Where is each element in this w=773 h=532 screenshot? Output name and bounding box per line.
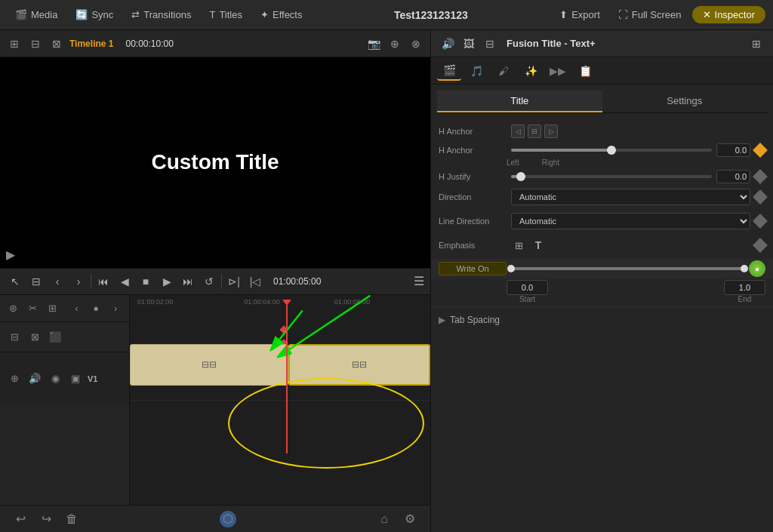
tc-clip-icon[interactable]: ⊠ [26,328,43,345]
tool-back[interactable]: ‹ [48,272,66,291]
inspector-copy-icon[interactable]: ⊞ [749,36,764,51]
playback-timecode: 01:00:05:00 [273,276,321,287]
bt-undo[interactable]: ↩ [12,511,29,527]
timeline-icon[interactable]: ⊠ [48,35,65,52]
h-anchor-value[interactable]: 0.0 [716,143,750,157]
direction-select[interactable]: Automatic [511,189,750,205]
effects-icon: ✦ [260,9,269,20]
tc-nav-forward[interactable]: › [108,300,123,316]
emphasis-keyframe[interactable] [753,238,768,253]
skip-last[interactable]: ⏭ [179,272,197,291]
line-direction-row: Line Direction Automatic [431,209,773,233]
tc-mute-icon[interactable]: 🔊 [26,371,43,387]
tc-settings-icon[interactable]: ⊞ [45,300,60,316]
h-justify-value[interactable]: 0.0 [716,170,750,183]
line-direction-select[interactable]: Automatic [511,213,750,229]
transitions-label: Transitions [143,9,191,20]
skip-end[interactable]: ⊳| [225,272,243,291]
write-on-start-value[interactable]: 0.0 [507,280,548,295]
tab-spacing-arrow: ▶ [439,315,445,325]
step-back[interactable]: ◀ [115,272,134,291]
anchor-left-btn[interactable]: ◁ [511,125,525,138]
inspector-audio-icon[interactable]: 🔊 [440,36,455,51]
tc-nav-back[interactable]: ‹ [69,300,84,316]
video-clip-1[interactable]: ⊟⊟ [130,344,288,386]
tc-monitor-icon[interactable]: ▣ [67,371,84,387]
write-on-label[interactable]: Write On [439,262,507,275]
bt-settings[interactable]: ⚙ [402,511,418,527]
tab-settings[interactable]: Settings [602,91,768,112]
write-on-values-row: 0.0 1.0 [431,280,773,295]
tc-color-icon[interactable]: ⬛ [47,328,63,345]
write-on-active-indicator[interactable]: ● [749,260,765,277]
tool-forward[interactable]: › [69,272,88,291]
anchor-center-btn[interactable]: ⊟ [528,125,541,138]
tab-video[interactable]: 🎬 [437,61,461,81]
inspector-button[interactable]: ✕ Inspector [692,6,765,23]
sync-label: Sync [91,9,113,20]
play-button[interactable]: ▶ [158,272,176,291]
skip-first[interactable]: ⏮ [94,272,112,291]
timeline-label: Timeline 1 [69,38,113,49]
inspector-video-icon[interactable]: 🖼 [461,36,476,51]
nav-sync[interactable]: 🔄 Sync [68,6,121,23]
v1-label: V1 [88,374,103,383]
bt-redo[interactable]: ↪ [38,511,54,527]
tc-add-icon[interactable]: ✂ [26,300,41,316]
tool-trim[interactable]: ⊟ [27,272,45,291]
h-anchor-slider-row: H Anchor 0.0 [431,143,773,157]
viewer-icon[interactable]: ⊞ [6,35,23,52]
tc-solo-icon[interactable]: ◉ [47,371,63,387]
direction-keyframe[interactable] [753,189,768,204]
inspector-content: H Anchor ◁ ⊟ ▷ H Anchor 0.0 Left Ri [431,113,773,532]
fullscreen-button[interactable]: ⛶ Full Screen [611,6,689,23]
tool-select[interactable]: ↖ [6,272,24,291]
tab-transition[interactable]: ▶▶ [546,61,570,81]
transform-icon[interactable]: ⊕ [386,35,403,52]
tc-lock-icon[interactable]: ⊕ [6,371,23,387]
nav-media[interactable]: 🎬 Media [8,6,65,23]
tab-title[interactable]: Title [437,91,602,112]
tc-nav-dot[interactable]: ● [88,300,103,316]
video-clip-2[interactable]: ⊟⊟ [288,344,430,386]
loop-button[interactable]: ↺ [200,272,218,291]
h-anchor-slider[interactable] [511,149,712,152]
tab-fx[interactable]: ✨ [519,61,543,81]
tab-audio[interactable]: 🎵 [464,61,488,81]
nav-effects[interactable]: ✦ Effects [253,6,310,23]
tab-color[interactable]: 🖌 [491,61,516,81]
nav-titles[interactable]: T Titles [202,6,250,23]
timeline-timecode: 00:00:10:00 [125,38,173,49]
emphasis-t-icon[interactable]: T [531,238,546,253]
camera-icon[interactable]: 📷 [365,35,382,52]
tc-edit-icon[interactable]: ⊟ [6,328,23,345]
write-on-thumb-left[interactable] [507,265,515,272]
stop-button[interactable]: ■ [137,272,155,291]
h-anchor-keyframe[interactable] [753,143,768,158]
anchor-right-btn[interactable]: ▷ [544,125,558,138]
tab-spacing-row[interactable]: ▶ Tab Spacing [431,310,773,330]
nav-transitions[interactable]: ⇄ Transitions [124,6,199,23]
playback-menu[interactable]: ☰ [414,274,424,288]
bt-home[interactable]: ⌂ [376,511,393,527]
write-on-slider[interactable] [511,267,744,270]
h-justify-keyframe[interactable] [753,169,768,184]
emphasis-plus-icon[interactable]: ⊞ [511,238,526,253]
source-icon[interactable]: ⊟ [27,35,44,52]
h-anchor-icons-label: H Anchor [439,127,507,136]
snap-icon[interactable]: ⊗ [408,35,424,52]
line-direction-keyframe[interactable] [753,214,768,229]
main-area: ⊞ ⊟ ⊠ Timeline 1 00:00:10:00 📷 ⊕ ⊗ Custo… [0,30,773,532]
tab-meta[interactable]: 📋 [573,61,597,81]
mark-in[interactable]: |◁ [246,272,264,291]
write-on-thumb-right[interactable] [741,265,748,272]
playhead[interactable] [286,303,288,454]
h-justify-slider[interactable] [511,175,712,178]
bt-center-icon[interactable]: ⬡ [220,511,236,527]
top-navigation: 🎬 Media 🔄 Sync ⇄ Transitions T Titles ✦ … [0,0,773,30]
inspector-transform-icon[interactable]: ⊟ [482,36,497,51]
export-button[interactable]: ⬆ Export [552,6,608,23]
write-on-end-value[interactable]: 1.0 [724,280,765,295]
bt-delete[interactable]: 🗑 [63,511,80,527]
tc-arrow-icon[interactable]: ⊛ [6,300,21,316]
